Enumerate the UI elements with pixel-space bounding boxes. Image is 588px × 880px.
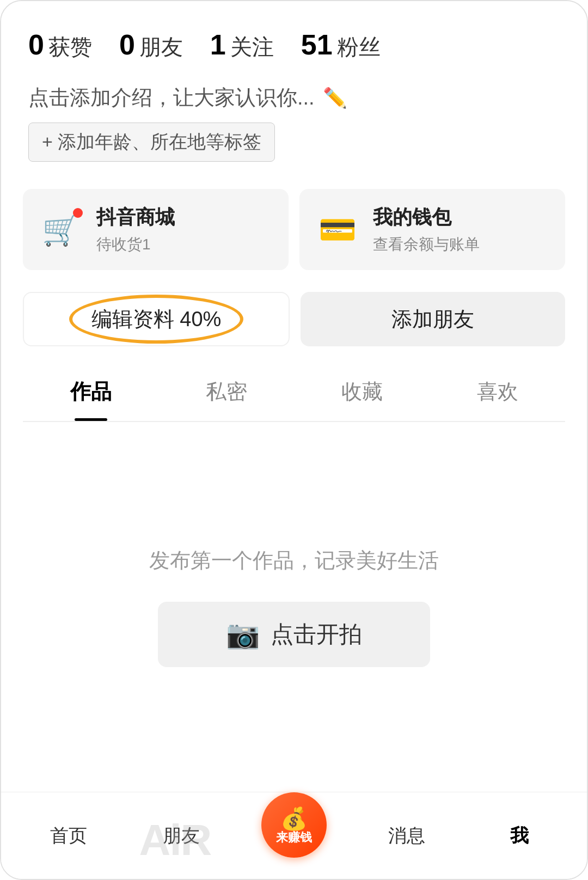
bottom-nav: 首页 朋友 💰 来赚钱 消息 我 xyxy=(1,792,587,879)
wallet-info: 我的钱包 查看余额与账单 xyxy=(373,204,480,255)
earn-label: 来赚钱 xyxy=(276,832,312,844)
wallet-icon: 💳 xyxy=(318,212,357,248)
wallet-icon-wrap: 💳 xyxy=(316,208,359,252)
earn-badge-inner: 💰 来赚钱 xyxy=(276,806,312,844)
notification-dot xyxy=(73,208,83,218)
bio-text-content: 点击添加介绍，让大家认识你... xyxy=(28,84,315,112)
tabs-row: 作品 私密 收藏 喜欢 xyxy=(23,363,565,422)
friends-label: 朋友 xyxy=(139,32,183,62)
likes-label: 获赞 xyxy=(48,32,92,62)
fans-label: 粉丝 xyxy=(337,32,381,62)
shop-info: 抖音商城 待收货1 xyxy=(96,204,175,255)
nav-home[interactable]: 首页 xyxy=(12,823,125,848)
following-count: 1 xyxy=(210,28,226,61)
earn-badge: 💰 来赚钱 xyxy=(261,792,327,858)
wallet-name: 我的钱包 xyxy=(373,204,480,231)
likes-count: 0 xyxy=(28,28,44,61)
shop-name: 抖音商城 xyxy=(96,204,175,231)
tab-likes[interactable]: 喜欢 xyxy=(430,363,565,421)
fans-count: 51 xyxy=(301,28,333,61)
content-area: 发布第一个作品，记录美好生活 📷 点击开拍 xyxy=(1,422,587,792)
edit-profile-inner: 编辑资料 40% xyxy=(91,305,222,333)
nav-home-label: 首页 xyxy=(50,823,87,848)
nav-messages[interactable]: 消息 xyxy=(351,823,463,848)
tab-collections-label: 收藏 xyxy=(341,380,383,403)
stats-row: 0 获赞 0 朋友 1 关注 51 粉丝 xyxy=(1,1,587,78)
shop-desc: 待收货1 xyxy=(96,234,175,255)
tab-works-label: 作品 xyxy=(70,380,112,403)
douin-shop-card[interactable]: 🛒 抖音商城 待收货1 xyxy=(23,189,289,270)
air-watermark: AiR xyxy=(116,801,234,879)
service-row: 🛒 抖音商城 待收货1 💳 我的钱包 查看余额与账单 xyxy=(1,173,587,286)
capture-button[interactable]: 📷 点击开拍 xyxy=(158,602,430,667)
wallet-card[interactable]: 💳 我的钱包 查看余额与账单 xyxy=(299,189,565,270)
action-row: 编辑资料 40% 添加朋友 xyxy=(1,286,587,363)
add-tag-button[interactable]: + 添加年龄、所在地等标签 xyxy=(28,123,275,162)
tab-private[interactable]: 私密 xyxy=(158,363,294,421)
stat-likes: 0 获赞 xyxy=(28,28,92,62)
stat-friends: 0 朋友 xyxy=(119,28,183,62)
edit-icon: ✏️ xyxy=(323,87,347,109)
nav-me-label: 我 xyxy=(510,823,529,848)
tab-private-label: 私密 xyxy=(206,380,247,403)
shop-icon-wrap: 🛒 xyxy=(39,208,83,252)
tab-likes-label: 喜欢 xyxy=(477,380,518,403)
bio-placeholder[interactable]: 点击添加介绍，让大家认识你... ✏️ xyxy=(28,84,560,112)
bio-section: 点击添加介绍，让大家认识你... ✏️ + 添加年龄、所在地等标签 xyxy=(1,78,587,173)
tab-works[interactable]: 作品 xyxy=(23,363,158,421)
friends-count: 0 xyxy=(119,28,135,61)
capture-label: 点击开拍 xyxy=(271,619,362,650)
empty-state-text: 发布第一个作品，记录美好生活 xyxy=(149,547,439,575)
stat-following: 1 关注 xyxy=(210,28,274,62)
nav-earn[interactable]: 💰 来赚钱 xyxy=(237,803,350,869)
following-label: 关注 xyxy=(230,32,274,62)
page-container: 0 获赞 0 朋友 1 关注 51 粉丝 点击添加介绍，让大家认识你... ✏️… xyxy=(1,1,587,879)
money-bag-icon: 💰 xyxy=(280,806,308,832)
camera-icon: 📷 xyxy=(226,619,260,650)
add-friend-button[interactable]: 添加朋友 xyxy=(301,292,565,346)
wallet-desc: 查看余额与账单 xyxy=(373,234,480,255)
nav-messages-label: 消息 xyxy=(388,823,425,848)
add-friend-label: 添加朋友 xyxy=(391,305,474,333)
stat-fans: 51 粉丝 xyxy=(301,28,381,62)
edit-profile-label: 编辑资料 40% xyxy=(91,308,222,331)
cart-icon: 🛒 xyxy=(42,212,80,248)
edit-profile-button[interactable]: 编辑资料 40% xyxy=(23,292,290,346)
nav-me[interactable]: 我 xyxy=(463,823,576,848)
tab-collections[interactable]: 收藏 xyxy=(294,363,430,421)
add-tag-label: + 添加年龄、所在地等标签 xyxy=(42,130,261,155)
